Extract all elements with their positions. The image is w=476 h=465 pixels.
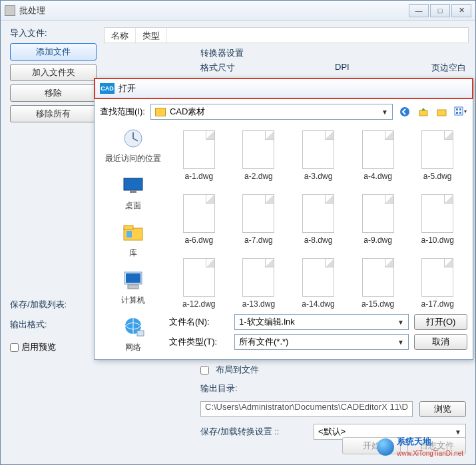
place-library[interactable]: 库 [100,221,166,259]
footer-buttons: 开始 日志文件 系统天地 www.XiTongTianDi.net [342,437,466,458]
col-name[interactable]: 名称 [105,28,136,43]
maximize-button[interactable]: □ [430,4,450,17]
svg-rect-15 [126,273,140,283]
file-item[interactable]: a-5.dwg [407,126,467,190]
file-item[interactable]: a-4.dwg [348,126,408,190]
enable-preview-checkbox[interactable] [10,343,19,352]
place-network-label: 网络 [100,342,166,353]
output-format-label: 输出格式: [10,319,97,331]
file-item[interactable]: a-17.dwg [407,254,467,318]
file-item[interactable]: a-9.dwg [348,190,408,254]
view-menu-icon[interactable] [454,106,467,118]
file-item[interactable]: a-12.dwg [169,254,229,318]
watermark: 系统天地 www.XiTongTianDi.net [377,436,463,458]
file-grid[interactable]: a-1.dwg a-2.dwg a-3.dwg a-4.dwg a-5.dwg … [169,126,467,318]
svg-rect-10 [130,190,136,193]
watermark-url: www.XiTongTianDi.net [397,450,463,457]
attach-to-file-checkbox[interactable] [200,366,209,375]
col-type[interactable]: 类型 [136,28,167,43]
output-dir-input[interactable]: C:\Users\Administrator\Documents\CADEdit… [200,401,413,417]
file-item[interactable]: a-15.dwg [348,254,408,318]
network-icon [119,315,147,339]
library-icon [119,221,147,245]
open-dialog-titlebar[interactable]: CAD 打开 [95,78,473,98]
attach-to-file-label: 布局到文件 [216,364,259,376]
svg-rect-13 [126,231,132,237]
file-item[interactable]: a-13.dwg [229,254,289,318]
bottom-fields: 文件名(N): 1-软文编辑.lnk ▼ 打开(O) 文件类型(T): 所有文件… [169,314,467,354]
svg-rect-18 [137,331,144,336]
window-title: 批处理 [19,5,407,17]
place-recent[interactable]: 最近访问的位置 [100,126,166,164]
cancel-button[interactable]: 取消 [414,334,467,350]
margin-label: 页边空白 [431,62,466,74]
svg-rect-5 [459,108,461,110]
cad-icon: CAD [100,83,115,94]
folder-icon [155,108,166,116]
app-icon [5,5,15,16]
file-icon [183,194,215,233]
remove-all-button[interactable]: 移除所有 [10,105,97,122]
svg-rect-7 [459,112,461,114]
desktop-icon [119,174,147,198]
chevron-down-icon: ▼ [397,319,404,326]
filename-label: 文件名(N): [169,316,229,328]
chevron-down-icon: ▼ [397,339,404,346]
output-dir-label: 输出目录: [200,383,238,394]
open-dialog-title: 打开 [119,82,136,94]
minimize-button[interactable]: — [409,4,429,17]
chevron-down-icon: ▼ [381,108,388,116]
file-icon [302,130,334,169]
place-recent-label: 最近访问的位置 [100,153,166,164]
svg-rect-6 [456,112,458,114]
places-bar: 最近访问的位置 桌面 库 计算机 [100,126,166,363]
file-icon [362,130,394,169]
place-computer[interactable]: 计算机 [100,268,166,306]
close-button[interactable]: ✕ [451,4,471,17]
converter-settings-title: 转换器设置 [200,47,466,59]
file-item[interactable]: a-7.dwg [229,190,289,254]
svg-rect-2 [437,110,446,116]
new-folder-icon[interactable] [435,106,449,118]
up-one-level-icon[interactable] [417,106,430,118]
save-load-list-label: 保存/加载列表: [10,299,97,311]
file-item[interactable]: a-14.dwg [288,254,348,318]
svg-rect-1 [419,110,427,116]
save-settings-label: 保存/加载转换设置 :: [200,426,307,438]
add-file-button[interactable]: 添加文件 [10,43,97,61]
window-controls: — □ ✕ [407,4,471,17]
file-icon [183,130,215,169]
place-desktop[interactable]: 桌面 [100,174,166,212]
file-list-header: 名称 类型 [104,27,469,43]
place-network[interactable]: 网络 [100,315,166,353]
place-computer-label: 计算机 [100,295,166,306]
file-icon [421,194,453,233]
remove-button[interactable]: 移除 [10,84,97,102]
file-item[interactable]: a-8.dwg [288,190,348,254]
titlebar[interactable]: 批处理 — □ ✕ [1,1,475,21]
add-folder-button[interactable]: 加入文件夹 [10,64,97,81]
enable-preview-row[interactable]: 启用预览 [10,341,97,353]
open-button[interactable]: 打开(O) [414,314,467,330]
file-item[interactable]: a-6.dwg [169,190,229,254]
folder-combobox[interactable]: CAD素材 ▼ [150,104,393,120]
open-dialog-body: 查找范围(I): CAD素材 ▼ [95,98,473,359]
browse-button[interactable]: 浏览 [419,401,466,417]
file-item[interactable]: a-2.dwg [229,126,289,190]
filetype-combobox[interactable]: 所有文件(*.*) ▼ [234,334,409,350]
back-icon[interactable] [398,106,411,118]
main-content: 导入文件: 添加文件 加入文件夹 移除 移除所有 保存/加载列表: 输出格式: … [1,21,475,464]
svg-rect-3 [455,107,463,115]
computer-icon [119,268,147,292]
chevron-down-icon: ▼ [455,428,461,436]
lower-right-panel: 布局到文件 输出目录: C:\Users\Administrator\Docum… [200,364,466,446]
import-files-label: 导入文件: [10,27,97,39]
file-item[interactable]: a-3.dwg [288,126,348,190]
file-icon [302,194,334,233]
file-icon [302,258,334,297]
filename-combobox[interactable]: 1-软文编辑.lnk ▼ [234,314,409,330]
svg-rect-12 [124,226,133,230]
file-item[interactable]: a-1.dwg [169,126,229,190]
file-item[interactable]: a-10.dwg [407,190,467,254]
left-panel: 导入文件: 添加文件 加入文件夹 移除 移除所有 保存/加载列表: 输出格式: … [10,27,97,353]
